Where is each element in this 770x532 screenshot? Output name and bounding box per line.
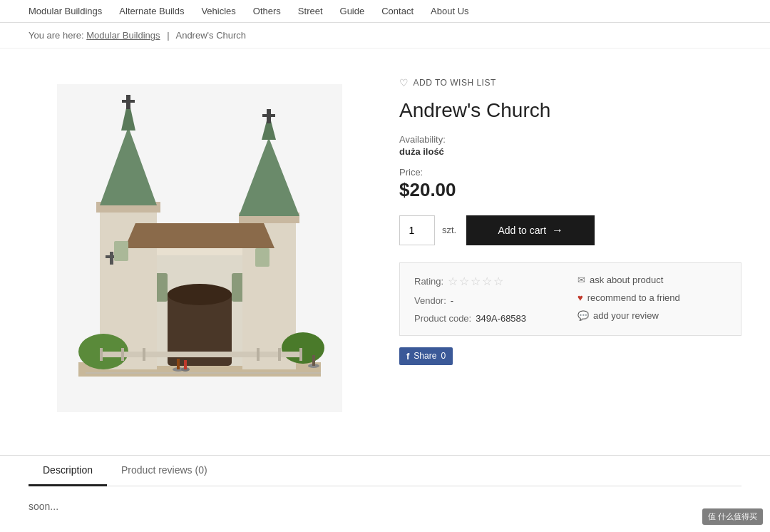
svg-rect-39 <box>278 348 281 361</box>
arrow-right-icon: → <box>552 224 563 237</box>
star-1[interactable]: ☆ <box>448 275 458 288</box>
svg-rect-38 <box>257 348 260 361</box>
recommend-label[interactable]: recommend to a friend <box>587 292 680 303</box>
svg-point-5 <box>168 284 232 305</box>
svg-rect-34 <box>100 352 299 357</box>
watermark: 值 什么值得买 <box>702 508 763 525</box>
svg-rect-40 <box>299 348 302 361</box>
star-rating[interactable]: ☆ ☆ ☆ ☆ ☆ <box>448 275 503 288</box>
breadcrumb-separator: | <box>167 30 169 41</box>
wish-list-label: ADD TO WISH LIST <box>414 78 496 88</box>
add-review-label[interactable]: add your review <box>593 310 659 321</box>
price-value: $20.00 <box>399 179 741 201</box>
facebook-icon: f <box>406 351 409 362</box>
add-to-cart-row: szt. Add to cart → <box>399 215 741 245</box>
watermark-text: 值 什么值得买 <box>708 512 757 521</box>
svg-rect-13 <box>122 100 135 103</box>
svg-rect-28 <box>184 360 187 369</box>
svg-rect-35 <box>100 348 103 361</box>
facebook-share-button[interactable]: f Share 0 <box>399 347 453 365</box>
nav-item-guide[interactable]: Guide <box>340 6 365 16</box>
info-grid: Rating: ☆ ☆ ☆ ☆ ☆ Vendor: - <box>414 275 727 324</box>
quantity-input[interactable] <box>399 215 435 245</box>
availability-value: duża ilość <box>399 146 741 157</box>
qty-unit: szt. <box>442 225 456 235</box>
breadcrumb: You are here: Modular Buildings | Andrew… <box>0 23 770 48</box>
svg-rect-37 <box>143 348 145 361</box>
recommend-heart-icon: ♥ <box>578 292 583 303</box>
ask-about-label[interactable]: ask about product <box>590 275 663 285</box>
svg-rect-32 <box>114 241 128 261</box>
nav-item-vehicles[interactable]: Vehicles <box>201 6 235 16</box>
svg-rect-30 <box>312 355 315 366</box>
mail-icon: ✉ <box>578 275 585 285</box>
recommend-row[interactable]: ♥ recommend to a friend <box>578 292 727 303</box>
price-label: Price: <box>399 167 741 178</box>
description-text: soon... <box>29 501 58 512</box>
product-code-label: Product code: <box>414 313 471 324</box>
nav-item-about[interactable]: About Us <box>431 6 468 16</box>
tab-description[interactable]: Description <box>29 456 107 486</box>
svg-rect-19 <box>262 114 275 117</box>
add-review-row[interactable]: 💬 add your review <box>578 310 727 321</box>
product-image <box>57 84 342 412</box>
star-2[interactable]: ☆ <box>459 275 469 288</box>
breadcrumb-current: Andrew's Church <box>175 30 246 41</box>
wish-list-link[interactable]: ♡ ADD TO WISH LIST <box>399 77 741 88</box>
price-section: Price: $20.00 <box>399 167 741 201</box>
product-image-box <box>29 70 371 426</box>
breadcrumb-prefix: You are here: <box>29 30 84 41</box>
star-3[interactable]: ☆ <box>471 275 481 288</box>
breadcrumb-parent-link[interactable]: Modular Buildings <box>86 30 160 41</box>
tabs-section: Description Product reviews (0) soon... <box>0 455 770 526</box>
tabs-nav: Description Product reviews (0) <box>29 456 741 486</box>
product-details: ♡ ADD TO WISH LIST Andrew's Church Avail… <box>399 70 741 426</box>
info-right: ✉ ask about product ♥ recommend to a fri… <box>578 275 727 324</box>
tab-reviews[interactable]: Product reviews (0) <box>107 456 222 486</box>
tab-content-description: soon... <box>29 486 741 526</box>
svg-rect-26 <box>177 359 180 369</box>
svg-point-24 <box>282 332 324 364</box>
nav-item-contact[interactable]: Contact <box>381 6 414 16</box>
nav-item-others[interactable]: Others <box>253 6 281 16</box>
product-image-area <box>29 70 371 426</box>
fb-share-label: Share <box>414 351 436 361</box>
availability-section: Availability: duża ilość <box>399 134 741 157</box>
svg-marker-20 <box>125 223 274 248</box>
svg-rect-33 <box>255 248 270 267</box>
product-code-value: 349A-68583 <box>476 313 526 324</box>
rating-label: Rating: <box>414 276 443 287</box>
availability-label: Availability: <box>399 134 741 145</box>
svg-rect-36 <box>121 348 124 361</box>
info-left: Rating: ☆ ☆ ☆ ☆ ☆ Vendor: - <box>414 275 563 324</box>
add-to-cart-label: Add to cart <box>498 225 546 236</box>
vendor-row: Vendor: - <box>414 295 563 306</box>
vendor-value: - <box>451 295 453 306</box>
product-title: Andrew's Church <box>399 98 741 123</box>
product-container: ♡ ADD TO WISH LIST Andrew's Church Avail… <box>0 48 770 448</box>
add-to-cart-button[interactable]: Add to cart → <box>466 215 595 245</box>
heart-outline-icon: ♡ <box>399 77 409 88</box>
ask-about-row[interactable]: ✉ ask about product <box>578 275 727 285</box>
comment-icon: 💬 <box>578 310 589 321</box>
fb-share-count: 0 <box>441 351 446 361</box>
product-code-row: Product code: 349A-68583 <box>414 313 563 324</box>
nav-item-modular[interactable]: Modular Buildings <box>29 6 102 16</box>
top-navigation: Modular Buildings Alternate Builds Vehic… <box>0 0 770 23</box>
info-box: Rating: ☆ ☆ ☆ ☆ ☆ Vendor: - <box>399 262 741 336</box>
vendor-label: Vendor: <box>414 295 446 306</box>
nav-item-street[interactable]: Street <box>298 6 323 16</box>
rating-row: Rating: ☆ ☆ ☆ ☆ ☆ <box>414 275 563 288</box>
star-5[interactable]: ☆ <box>493 275 503 288</box>
star-4[interactable]: ☆ <box>482 275 492 288</box>
nav-item-alternate[interactable]: Alternate Builds <box>119 6 184 16</box>
